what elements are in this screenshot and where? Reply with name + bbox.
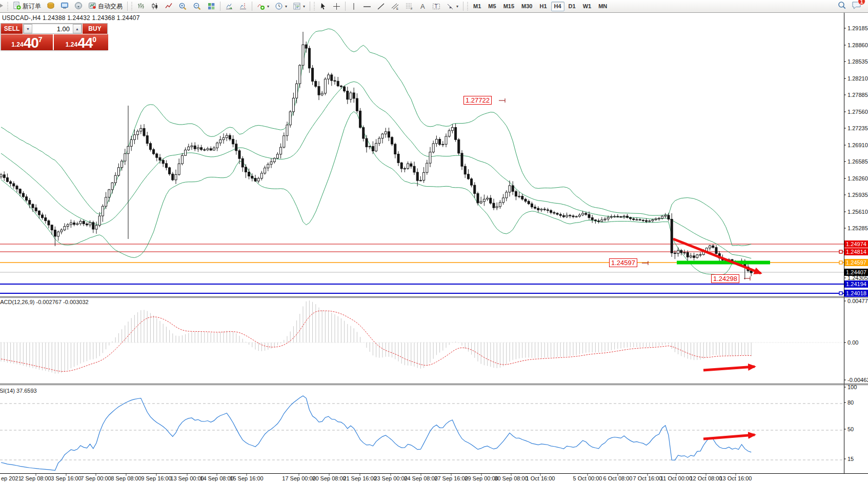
auto-scroll-icon bbox=[225, 2, 233, 10]
zoom-out-button[interactable] bbox=[190, 1, 204, 12]
terminal-button[interactable] bbox=[58, 1, 71, 12]
sell-price-small: 1.24 bbox=[11, 41, 23, 48]
svg-text:1.26910: 1.26910 bbox=[847, 142, 868, 148]
svg-text:1.25610: 1.25610 bbox=[847, 209, 868, 215]
indicators-icon bbox=[257, 2, 265, 10]
periods-button[interactable]: ▾ bbox=[272, 1, 290, 12]
svg-text:0.00: 0.00 bbox=[847, 339, 858, 346]
svg-text:11 Oct 00:00: 11 Oct 00:00 bbox=[660, 475, 692, 481]
candlesticks bbox=[0, 32, 752, 279]
signal-button[interactable] bbox=[72, 1, 85, 12]
arrows-tool[interactable]: ▾ bbox=[443, 1, 461, 12]
timeframe-MN[interactable]: MN bbox=[595, 2, 610, 11]
toolbar-separator bbox=[310, 2, 310, 11]
macd-axis: 0.0047740.00-0.004637 bbox=[844, 298, 868, 383]
trendline-tool[interactable] bbox=[374, 1, 388, 12]
svg-text:17 Sep 00:00: 17 Sep 00:00 bbox=[282, 475, 315, 481]
svg-text:6 Oct 08:00: 6 Oct 08:00 bbox=[603, 475, 633, 481]
volume-stepper: ▼ 1.00 ▲ bbox=[23, 24, 82, 34]
auto-trading-button[interactable]: 自动交易 bbox=[86, 1, 125, 12]
svg-text:1.24407: 1.24407 bbox=[846, 269, 866, 275]
tile-windows-icon bbox=[207, 2, 215, 10]
line-chart-button[interactable] bbox=[162, 1, 175, 12]
search-icon[interactable] bbox=[837, 1, 846, 12]
sell-price-button[interactable]: 1.24407 bbox=[1, 34, 53, 50]
label-tool[interactable]: T bbox=[430, 1, 443, 12]
sell-button[interactable]: SELL bbox=[1, 24, 23, 34]
auto-scroll-button[interactable] bbox=[223, 1, 236, 12]
label-icon: T bbox=[432, 3, 440, 10]
sell-price-sup: 7 bbox=[38, 35, 43, 44]
crosshair-icon bbox=[333, 3, 340, 10]
timeframe-M30[interactable]: M30 bbox=[518, 2, 535, 11]
templates-button[interactable]: ▾ bbox=[290, 1, 308, 12]
price-annotation-mid[interactable]: 1.24597 bbox=[609, 258, 637, 267]
svg-text:E: E bbox=[396, 7, 398, 10]
svg-text:21 Sep 16:00: 21 Sep 16:00 bbox=[343, 475, 376, 481]
line-chart-icon bbox=[165, 2, 173, 10]
timeframe-M1[interactable]: M1 bbox=[470, 2, 484, 11]
tile-windows-button[interactable] bbox=[205, 1, 218, 12]
macd-pane bbox=[0, 300, 844, 374]
svg-text:12 Oct 08:00: 12 Oct 08:00 bbox=[690, 475, 722, 481]
mt4-window: 新订单 自动交易 ▾ ▾ ▾ bbox=[0, 0, 868, 483]
svg-text:20 Sep 08:00: 20 Sep 08:00 bbox=[312, 475, 346, 481]
timeframe-M15[interactable]: M15 bbox=[500, 2, 517, 11]
text-tool[interactable]: A bbox=[417, 1, 429, 12]
timeframe-H4[interactable]: H4 bbox=[551, 2, 564, 11]
indicators-button[interactable]: ▾ bbox=[254, 1, 272, 12]
channel-tool[interactable]: E bbox=[388, 1, 402, 12]
volume-decrease-button[interactable]: ▼ bbox=[24, 24, 32, 33]
toolbar-separator bbox=[345, 2, 346, 11]
svg-text:15 Sep 16:00: 15 Sep 16:00 bbox=[230, 475, 263, 481]
timeframe-M5[interactable]: M5 bbox=[485, 2, 499, 11]
volume-input[interactable]: 1.00 bbox=[32, 24, 73, 33]
volume-increase-button[interactable]: ▲ bbox=[73, 24, 82, 33]
svg-text:3 Sep 16:00: 3 Sep 16:00 bbox=[51, 475, 81, 481]
svg-text:1 Oct 16:00: 1 Oct 16:00 bbox=[526, 475, 555, 481]
chart-area[interactable]: 1.291851.288601.285351.282101.278851.275… bbox=[0, 0, 868, 483]
timeframe-W1[interactable]: W1 bbox=[580, 2, 595, 11]
price-annotation-low[interactable]: 1.24298 bbox=[711, 274, 739, 283]
timeframe-D1[interactable]: D1 bbox=[566, 2, 579, 11]
timeframe-H1[interactable]: H1 bbox=[536, 2, 550, 11]
price-axis: 1.291851.288601.285351.282101.278851.275… bbox=[839, 25, 868, 297]
buy-price-button[interactable]: 1.24440 bbox=[54, 34, 108, 50]
svg-text:29 Sep 00:00: 29 Sep 00:00 bbox=[465, 475, 498, 481]
svg-text:9 Sep 16:00: 9 Sep 16:00 bbox=[141, 475, 171, 481]
rsi-axis: 100805015 bbox=[844, 384, 857, 462]
vertical-line-tool[interactable] bbox=[348, 1, 360, 12]
zoom-in-button[interactable] bbox=[176, 1, 190, 12]
bar-chart-button[interactable] bbox=[134, 1, 148, 12]
chart-shift-button[interactable] bbox=[236, 1, 250, 12]
svg-text:1.27560: 1.27560 bbox=[847, 109, 868, 115]
svg-text:1.25285: 1.25285 bbox=[847, 225, 868, 231]
svg-text:24 Sep 08:00: 24 Sep 08:00 bbox=[404, 475, 437, 481]
date-axis: ep 20212 Sep 08:003 Sep 16:007 Sep 00:00… bbox=[1, 474, 752, 481]
candlestick-button[interactable] bbox=[148, 1, 162, 12]
green-support-bar bbox=[677, 261, 770, 265]
horizontal-line-tool[interactable] bbox=[360, 1, 374, 12]
fibonacci-tool[interactable]: F bbox=[402, 1, 416, 12]
chat-button[interactable]: 1 bbox=[852, 1, 862, 12]
svg-text:1.24974: 1.24974 bbox=[846, 241, 866, 247]
buy-price-sup: 0 bbox=[92, 35, 96, 44]
svg-text:23 Sep 00:00: 23 Sep 00:00 bbox=[374, 475, 407, 481]
rsi-indicator-label: RSI(14) 37.6593 bbox=[0, 388, 37, 394]
cursor-tool-button[interactable] bbox=[317, 1, 330, 12]
svg-text:1.28535: 1.28535 bbox=[847, 58, 868, 65]
svg-text:13 Sep 00:00: 13 Sep 00:00 bbox=[170, 475, 204, 481]
new-order-button[interactable]: 新订单 bbox=[10, 1, 44, 12]
zoom-out-icon bbox=[193, 2, 201, 11]
buy-button[interactable]: BUY bbox=[83, 24, 107, 34]
market-watch-button[interactable] bbox=[44, 1, 57, 12]
crosshair-tool-button[interactable] bbox=[330, 1, 343, 12]
svg-text:50: 50 bbox=[847, 426, 854, 432]
svg-text:1.26260: 1.26260 bbox=[847, 175, 868, 182]
rsi-pane bbox=[0, 396, 844, 470]
dropdown-caret: ▾ bbox=[285, 4, 287, 9]
main-toolbar: 新订单 自动交易 ▾ ▾ ▾ bbox=[0, 0, 868, 13]
price-annotation-high[interactable]: 1.27722 bbox=[463, 96, 492, 105]
templates-icon bbox=[293, 2, 301, 10]
fibonacci-icon: F bbox=[405, 2, 414, 10]
